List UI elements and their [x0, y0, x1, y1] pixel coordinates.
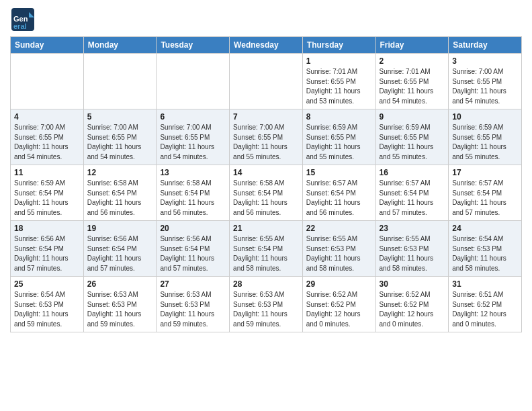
day-info: Sunrise: 6:56 AMSunset: 6:54 PMDaylight:…: [160, 234, 226, 273]
calendar-cell: [11, 54, 84, 109]
calendar-cell: 26Sunrise: 6:53 AMSunset: 6:53 PMDayligh…: [83, 277, 157, 332]
day-number: 22: [306, 224, 372, 233]
calendar-cell: 3Sunrise: 7:00 AMSunset: 6:55 PMDaylight…: [449, 54, 522, 109]
calendar-cell: [230, 54, 303, 109]
day-number: 17: [452, 168, 518, 177]
weekday-header: Sunday: [11, 37, 84, 54]
calendar-cell: 30Sunrise: 6:52 AMSunset: 6:52 PMDayligh…: [375, 277, 449, 332]
calendar-cell: 5Sunrise: 7:00 AMSunset: 6:55 PMDaylight…: [83, 109, 157, 165]
day-info: Sunrise: 6:55 AMSunset: 6:54 PMDaylight:…: [233, 234, 299, 273]
calendar-week-row: 25Sunrise: 6:54 AMSunset: 6:53 PMDayligh…: [11, 277, 522, 332]
day-info: Sunrise: 6:53 AMSunset: 6:53 PMDaylight:…: [160, 290, 226, 329]
day-info: Sunrise: 7:00 AMSunset: 6:55 PMDaylight:…: [14, 123, 80, 162]
calendar-cell: 11Sunrise: 6:59 AMSunset: 6:54 PMDayligh…: [11, 165, 84, 221]
day-info: Sunrise: 6:57 AMSunset: 6:54 PMDaylight:…: [452, 179, 518, 218]
day-number: 27: [160, 279, 226, 289]
calendar-header-row: SundayMondayTuesdayWednesdayThursdayFrid…: [11, 37, 522, 54]
calendar-cell: [157, 54, 230, 109]
calendar-cell: 16Sunrise: 6:57 AMSunset: 6:54 PMDayligh…: [375, 165, 449, 221]
day-number: 21: [233, 224, 299, 233]
calendar-week-row: 1Sunrise: 7:01 AMSunset: 6:55 PMDaylight…: [11, 54, 522, 109]
day-info: Sunrise: 7:00 AMSunset: 6:55 PMDaylight:…: [233, 123, 299, 162]
calendar-cell: [83, 54, 157, 109]
day-number: 13: [160, 168, 226, 177]
day-info: Sunrise: 6:51 AMSunset: 6:52 PMDaylight:…: [452, 290, 518, 329]
calendar-cell: 13Sunrise: 6:58 AMSunset: 6:54 PMDayligh…: [157, 165, 230, 221]
calendar-cell: 27Sunrise: 6:53 AMSunset: 6:53 PMDayligh…: [157, 277, 230, 332]
day-number: 28: [233, 279, 299, 289]
day-info: Sunrise: 6:53 AMSunset: 6:53 PMDaylight:…: [233, 290, 299, 329]
day-info: Sunrise: 7:01 AMSunset: 6:55 PMDaylight:…: [306, 67, 372, 106]
day-number: 24: [452, 224, 518, 233]
day-info: Sunrise: 6:52 AMSunset: 6:52 PMDaylight:…: [380, 290, 445, 329]
calendar-week-row: 18Sunrise: 6:56 AMSunset: 6:54 PMDayligh…: [11, 221, 522, 277]
day-number: 9: [380, 112, 445, 122]
day-number: 2: [380, 56, 445, 66]
calendar-cell: 7Sunrise: 7:00 AMSunset: 6:55 PMDaylight…: [230, 109, 303, 165]
calendar-cell: 14Sunrise: 6:58 AMSunset: 6:54 PMDayligh…: [230, 165, 303, 221]
day-number: 30: [380, 279, 445, 289]
calendar-cell: 28Sunrise: 6:53 AMSunset: 6:53 PMDayligh…: [230, 277, 303, 332]
day-number: 12: [87, 168, 153, 177]
day-number: 18: [14, 224, 80, 233]
calendar-cell: 12Sunrise: 6:58 AMSunset: 6:54 PMDayligh…: [83, 165, 157, 221]
day-info: Sunrise: 6:55 AMSunset: 6:53 PMDaylight:…: [306, 234, 372, 273]
day-info: Sunrise: 6:59 AMSunset: 6:54 PMDaylight:…: [14, 179, 80, 218]
day-info: Sunrise: 6:54 AMSunset: 6:53 PMDaylight:…: [14, 290, 80, 329]
day-info: Sunrise: 6:59 AMSunset: 6:55 PMDaylight:…: [306, 123, 372, 162]
day-number: 14: [233, 168, 299, 177]
calendar-week-row: 11Sunrise: 6:59 AMSunset: 6:54 PMDayligh…: [11, 165, 522, 221]
calendar-cell: 29Sunrise: 6:52 AMSunset: 6:52 PMDayligh…: [302, 277, 375, 332]
calendar-cell: 18Sunrise: 6:56 AMSunset: 6:54 PMDayligh…: [11, 221, 84, 277]
calendar-cell: 21Sunrise: 6:55 AMSunset: 6:54 PMDayligh…: [230, 221, 303, 277]
calendar-cell: 23Sunrise: 6:55 AMSunset: 6:53 PMDayligh…: [375, 221, 449, 277]
day-number: 25: [14, 279, 80, 289]
day-number: 11: [14, 168, 80, 177]
day-info: Sunrise: 6:58 AMSunset: 6:54 PMDaylight:…: [160, 179, 226, 218]
calendar-cell: 31Sunrise: 6:51 AMSunset: 6:52 PMDayligh…: [449, 277, 522, 332]
day-number: 20: [160, 224, 226, 233]
day-info: Sunrise: 6:55 AMSunset: 6:53 PMDaylight:…: [380, 234, 445, 273]
calendar-cell: 9Sunrise: 6:59 AMSunset: 6:55 PMDaylight…: [375, 109, 449, 165]
day-info: Sunrise: 6:53 AMSunset: 6:53 PMDaylight:…: [87, 290, 153, 329]
day-info: Sunrise: 7:00 AMSunset: 6:55 PMDaylight:…: [452, 67, 518, 106]
calendar-week-row: 4Sunrise: 7:00 AMSunset: 6:55 PMDaylight…: [11, 109, 522, 165]
calendar-cell: 22Sunrise: 6:55 AMSunset: 6:53 PMDayligh…: [302, 221, 375, 277]
logo: Gen eral: [10, 7, 38, 32]
calendar-cell: 6Sunrise: 7:00 AMSunset: 6:55 PMDaylight…: [157, 109, 230, 165]
day-info: Sunrise: 7:00 AMSunset: 6:55 PMDaylight:…: [160, 123, 226, 162]
calendar-cell: 20Sunrise: 6:56 AMSunset: 6:54 PMDayligh…: [157, 221, 230, 277]
calendar-body: 1Sunrise: 7:01 AMSunset: 6:55 PMDaylight…: [11, 54, 522, 332]
calendar-cell: 25Sunrise: 6:54 AMSunset: 6:53 PMDayligh…: [11, 277, 84, 332]
calendar-cell: 15Sunrise: 6:57 AMSunset: 6:54 PMDayligh…: [302, 165, 375, 221]
day-info: Sunrise: 6:59 AMSunset: 6:55 PMDaylight:…: [380, 123, 445, 162]
calendar-cell: 8Sunrise: 6:59 AMSunset: 6:55 PMDaylight…: [302, 109, 375, 165]
day-number: 31: [452, 279, 518, 289]
weekday-header: Wednesday: [230, 37, 303, 54]
calendar-cell: 2Sunrise: 7:01 AMSunset: 6:55 PMDaylight…: [375, 54, 449, 109]
weekday-header: Thursday: [302, 37, 375, 54]
calendar-cell: 10Sunrise: 6:59 AMSunset: 6:55 PMDayligh…: [449, 109, 522, 165]
day-number: 26: [87, 279, 153, 289]
day-info: Sunrise: 7:00 AMSunset: 6:55 PMDaylight:…: [87, 123, 153, 162]
day-info: Sunrise: 6:56 AMSunset: 6:54 PMDaylight:…: [87, 234, 153, 273]
calendar-cell: 17Sunrise: 6:57 AMSunset: 6:54 PMDayligh…: [449, 165, 522, 221]
day-info: Sunrise: 6:58 AMSunset: 6:54 PMDaylight:…: [87, 179, 153, 218]
calendar-table: SundayMondayTuesdayWednesdayThursdayFrid…: [10, 36, 522, 332]
day-info: Sunrise: 6:57 AMSunset: 6:54 PMDaylight:…: [380, 179, 445, 218]
day-number: 4: [14, 112, 80, 122]
day-number: 1: [306, 56, 372, 66]
day-number: 23: [380, 224, 445, 233]
day-number: 7: [233, 112, 299, 122]
day-number: 10: [452, 112, 518, 122]
weekday-header: Tuesday: [157, 37, 230, 54]
svg-text:eral: eral: [13, 22, 27, 30]
day-info: Sunrise: 6:56 AMSunset: 6:54 PMDaylight:…: [14, 234, 80, 273]
weekday-header: Friday: [375, 37, 449, 54]
day-number: 19: [87, 224, 153, 233]
weekday-header: Monday: [83, 37, 157, 54]
day-info: Sunrise: 6:52 AMSunset: 6:52 PMDaylight:…: [306, 290, 372, 329]
weekday-header: Saturday: [449, 37, 522, 54]
page: Gen eral SundayMondayTuesdayWednesdayThu…: [0, 0, 532, 411]
day-number: 3: [452, 56, 518, 66]
